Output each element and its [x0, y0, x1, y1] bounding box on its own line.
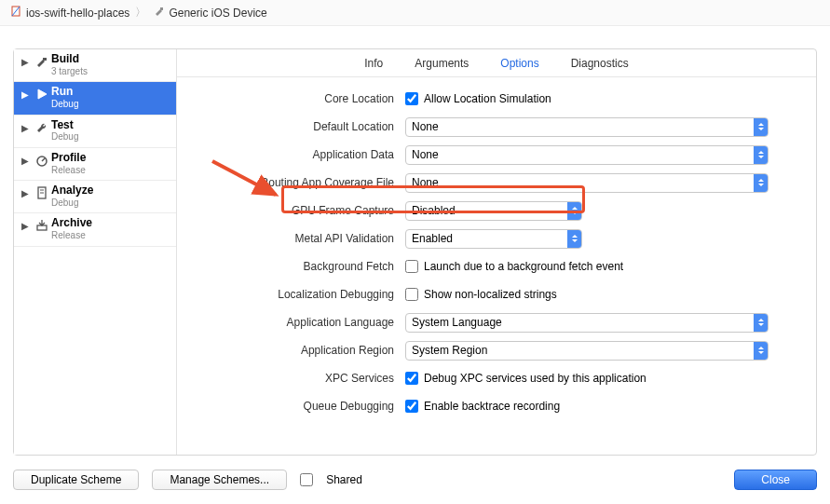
sidebar-item-analyze[interactable]: ▶ Analyze Debug	[14, 181, 176, 213]
sidebar-item-profile[interactable]: ▶ Profile Release	[14, 148, 176, 181]
localization-debugging-text: Show non-localized strings	[424, 288, 557, 301]
disclosure-triangle-icon[interactable]: ▶	[21, 221, 33, 231]
stepper-arrows-icon	[754, 118, 768, 136]
hammer-icon	[33, 54, 51, 69]
wrench-icon	[33, 120, 51, 135]
footer-bar: Duplicate Scheme Manage Schemes... Share…	[13, 467, 817, 493]
localization-debugging-checkbox[interactable]	[405, 288, 418, 301]
tab-diagnostics[interactable]: Diagnostics	[571, 57, 629, 70]
sidebar-item-run[interactable]: ▶ Run Debug	[14, 82, 176, 115]
allow-location-simulation-label: Allow Location Simulation	[424, 92, 551, 105]
application-data-select[interactable]: None	[405, 145, 769, 165]
sidebar-item-subtitle: Debug	[51, 198, 93, 209]
sidebar-item-title: Archive	[51, 217, 92, 230]
manage-schemes-button[interactable]: Manage Schemes...	[152, 470, 287, 490]
sidebar-item-title: Profile	[51, 152, 86, 165]
background-fetch-label: Background Fetch	[196, 260, 405, 273]
options-content: Info Arguments Options Diagnostics Core …	[177, 49, 816, 455]
routing-file-label: Routing App Coverage File	[196, 176, 405, 189]
background-fetch-text: Launch due to a background fetch event	[424, 260, 623, 273]
tab-options[interactable]: Options	[500, 57, 538, 70]
application-data-label: Application Data	[196, 148, 405, 161]
svg-line-1	[12, 7, 20, 16]
sidebar-item-subtitle: Debug	[51, 131, 78, 143]
play-icon	[33, 87, 51, 102]
svg-marker-4	[38, 89, 47, 99]
sidebar-item-subtitle: 3 targets	[51, 66, 88, 77]
xpc-services-text: Debug XPC services used by this applicat…	[424, 372, 646, 385]
breadcrumb-device[interactable]: Generic iOS Device	[169, 7, 266, 20]
queue-debugging-label: Queue Debugging	[196, 400, 405, 413]
scheme-tabs: Info Arguments Options Diagnostics	[177, 49, 816, 77]
metal-validation-select[interactable]: Enabled	[405, 229, 582, 249]
disclosure-triangle-icon[interactable]: ▶	[21, 123, 33, 133]
sidebar-item-build[interactable]: ▶ Build 3 targets	[14, 49, 176, 82]
background-fetch-checkbox[interactable]	[405, 260, 418, 273]
sidebar-item-title: Run	[51, 86, 78, 99]
sidebar-item-title: Build	[51, 53, 88, 66]
hammer-icon	[152, 5, 165, 20]
sidebar-item-subtitle: Release	[51, 230, 92, 241]
stepper-arrows-icon	[754, 146, 768, 164]
metal-validation-label: Metal API Validation	[196, 232, 405, 245]
disclosure-triangle-icon[interactable]: ▶	[21, 188, 33, 198]
application-language-select[interactable]: System Language	[405, 313, 769, 333]
close-button[interactable]: Close	[734, 470, 817, 490]
disclosure-triangle-icon[interactable]: ▶	[21, 156, 33, 166]
default-location-select[interactable]: None	[405, 117, 769, 137]
localization-debugging-label: Localization Debugging	[196, 288, 405, 301]
sidebar-item-archive[interactable]: ▶ Archive Release	[14, 213, 176, 246]
xpc-services-label: XPC Services	[196, 372, 405, 385]
scheme-editor-panel: ▶ Build 3 targets ▶ Run Debug	[13, 48, 817, 456]
disclosure-triangle-icon[interactable]: ▶	[21, 89, 33, 100]
sidebar-item-test[interactable]: ▶ Test Debug	[14, 116, 176, 148]
stepper-arrows-icon	[754, 174, 768, 192]
application-language-label: Application Language	[196, 316, 405, 329]
application-region-select[interactable]: System Region	[405, 341, 769, 361]
allow-location-simulation-checkbox[interactable]	[405, 92, 418, 105]
sidebar-item-subtitle: Release	[51, 165, 86, 176]
chevron-right-icon: 〉	[133, 5, 148, 20]
disclosure-triangle-icon[interactable]: ▶	[21, 57, 33, 67]
svg-rect-2	[160, 7, 163, 10]
duplicate-scheme-button[interactable]: Duplicate Scheme	[13, 470, 139, 490]
archive-arrow-icon	[33, 218, 51, 233]
tab-info[interactable]: Info	[364, 57, 383, 70]
shared-label: Shared	[326, 473, 362, 486]
stepper-arrows-icon	[754, 314, 768, 332]
stepper-arrows-icon	[567, 230, 581, 248]
application-region-label: Application Region	[196, 344, 405, 357]
shared-checkbox[interactable]	[300, 473, 313, 486]
queue-debugging-checkbox[interactable]	[405, 400, 418, 413]
sidebar-item-subtitle: Debug	[51, 99, 78, 110]
gpu-frame-capture-select[interactable]: Disabled	[405, 201, 582, 221]
document-check-icon	[33, 185, 51, 200]
routing-file-select[interactable]: None	[405, 173, 769, 193]
core-location-label: Core Location	[196, 92, 405, 105]
options-form: Core Location Allow Location Simulation …	[177, 77, 816, 428]
svg-rect-3	[43, 58, 47, 61]
stepper-arrows-icon	[754, 342, 768, 360]
xpc-services-checkbox[interactable]	[405, 372, 418, 385]
breadcrumb-project[interactable]: ios-swift-hello-places	[26, 7, 129, 20]
queue-debugging-text: Enable backtrace recording	[424, 400, 560, 413]
scheme-action-sidebar: ▶ Build 3 targets ▶ Run Debug	[14, 49, 177, 455]
breadcrumb: ios-swift-hello-places 〉 Generic iOS Dev…	[0, 0, 830, 26]
xcode-app-icon	[9, 5, 22, 20]
stepper-arrows-icon	[567, 202, 581, 220]
gpu-frame-capture-label: GPU Frame Capture	[196, 204, 405, 217]
sidebar-item-title: Analyze	[51, 184, 93, 198]
tab-arguments[interactable]: Arguments	[415, 57, 469, 70]
default-location-label: Default Location	[196, 120, 405, 133]
svg-line-6	[42, 158, 45, 161]
sidebar-item-title: Test	[51, 119, 78, 132]
gauge-icon	[33, 153, 51, 168]
